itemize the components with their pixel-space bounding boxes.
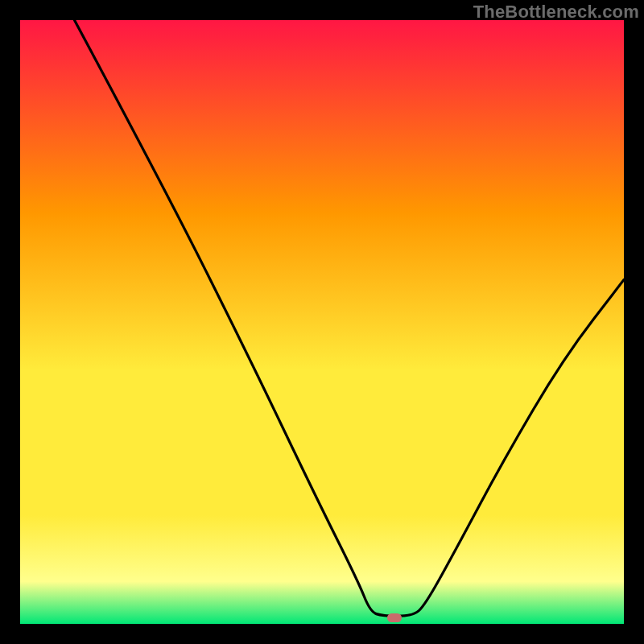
watermark: TheBottleneck.com: [473, 2, 639, 23]
plot-area: [20, 20, 624, 624]
optimum-marker: [387, 613, 402, 622]
chart-frame: TheBottleneck.com: [0, 0, 644, 644]
gradient-background: [20, 20, 624, 624]
plot-svg: [20, 20, 624, 624]
